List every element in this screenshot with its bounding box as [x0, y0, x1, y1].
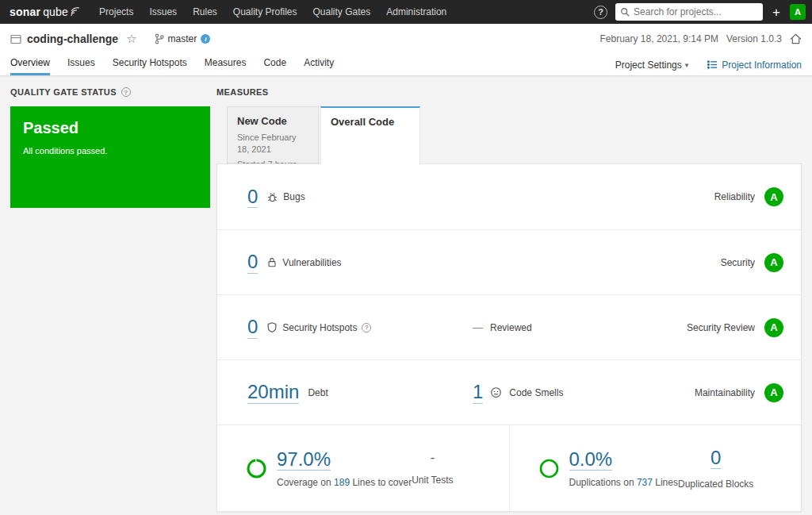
- help-icon[interactable]: ?: [594, 6, 607, 19]
- quality-gate-heading: QUALITY GATE STATUS: [10, 87, 117, 97]
- sonar-wave-icon: [71, 7, 80, 17]
- vulnerabilities-label-group: Vulnerabilities: [266, 256, 341, 268]
- brand-text-light: qube: [43, 6, 68, 18]
- security-label: Security: [721, 257, 755, 268]
- duplications-value[interactable]: 0.0%: [569, 448, 613, 471]
- duplications-metric: 0.0% Duplications on 737 Lines: [569, 448, 678, 489]
- tab-activity[interactable]: Activity: [304, 54, 334, 75]
- duplicated-lines-link[interactable]: 737: [637, 477, 653, 488]
- code-smells-label: Code Smells: [509, 387, 563, 398]
- new-code-since: Since February 18, 2021: [237, 132, 308, 156]
- coverage-duplications-row: 97.0% Coverage on 189 Lines to cover - U…: [217, 425, 801, 511]
- maintainability-rating-badge[interactable]: A: [764, 383, 783, 402]
- duplications-section: 0.0% Duplications on 737 Lines 0 Duplica…: [509, 425, 802, 511]
- search-icon: [620, 7, 630, 17]
- duplicated-blocks-value[interactable]: 0: [710, 447, 721, 470]
- coverage-suffix: Lines to cover: [352, 477, 412, 488]
- reliability-label: Reliability: [714, 191, 755, 202]
- nav-item-issues[interactable]: Issues: [141, 0, 185, 24]
- reviewed-value: —: [473, 321, 483, 333]
- nav-item-quality-gates[interactable]: Quality Gates: [305, 0, 379, 24]
- quality-gate-help-icon[interactable]: ?: [121, 87, 131, 97]
- branch-selector[interactable]: master i: [155, 33, 211, 44]
- nav-item-rules[interactable]: Rules: [185, 0, 225, 24]
- security-hotspots-help-icon[interactable]: ?: [362, 323, 371, 332]
- debt-value[interactable]: 20min: [247, 381, 299, 404]
- code-smells-group: 1 Code Smells: [473, 381, 563, 404]
- homepage-icon[interactable]: [790, 33, 802, 44]
- nav-item-administration[interactable]: Administration: [378, 0, 454, 24]
- tab-security-hotspots[interactable]: Security Hotspots: [113, 54, 187, 75]
- tab-overall-code[interactable]: Overall Code: [320, 106, 420, 164]
- project-information-link[interactable]: Project Information: [707, 60, 802, 71]
- project-search[interactable]: [615, 3, 763, 21]
- security-group: Security A: [721, 253, 783, 272]
- reliability-group: Reliability A: [714, 187, 783, 206]
- tab-overview[interactable]: Overview: [10, 54, 50, 75]
- tab-measures[interactable]: Measures: [205, 54, 247, 75]
- quality-gate-heading-row: QUALITY GATE STATUS ?: [10, 86, 210, 98]
- tab-issues[interactable]: Issues: [67, 54, 95, 75]
- measures-heading: MEASURES: [216, 87, 269, 97]
- debt-label: Debt: [308, 387, 327, 398]
- project-settings-dropdown[interactable]: Project Settings ▾: [615, 60, 689, 71]
- coverage-metric: 97.0% Coverage on 189 Lines to cover: [277, 448, 412, 489]
- quality-gate-status: Passed: [23, 119, 197, 137]
- measures-panel: 0 Bugs Reliability A: [216, 163, 802, 512]
- duplicated-blocks-label: Duplicated Blocks: [678, 478, 753, 490]
- project-icon: [10, 34, 21, 44]
- chevron-down-icon: ▾: [685, 61, 689, 69]
- coverage-prefix: Coverage on: [277, 477, 331, 488]
- nav-item-quality-profiles[interactable]: Quality Profiles: [225, 0, 305, 24]
- coverage-value[interactable]: 97.0%: [277, 448, 331, 471]
- measures-column: MEASURES New Code Since February 18, 202…: [216, 86, 802, 512]
- security-review-rating-badge[interactable]: A: [764, 318, 783, 337]
- bug-icon: [266, 191, 278, 203]
- coverage-section: 97.0% Coverage on 189 Lines to cover - U…: [217, 425, 509, 511]
- branch-name: master: [168, 33, 197, 44]
- branch-info-icon[interactable]: i: [201, 34, 210, 44]
- user-avatar[interactable]: A: [790, 4, 806, 20]
- lock-icon: [266, 256, 278, 268]
- security-hotspots-label: Security Hotspots: [282, 322, 357, 333]
- lines-to-cover-link[interactable]: 189: [334, 477, 350, 488]
- measure-row-bugs: 0 Bugs Reliability A: [217, 164, 801, 229]
- overall-code-title: Overall Code: [331, 116, 410, 128]
- tab-code[interactable]: Code: [263, 54, 286, 75]
- unit-tests-metric: - Unit Tests: [412, 451, 453, 486]
- security-review-label: Security Review: [687, 322, 755, 333]
- branch-icon: [155, 33, 164, 44]
- favorite-star-icon[interactable]: ☆: [126, 32, 136, 46]
- navbar-right-group: ? + A: [594, 3, 806, 21]
- coverage-subtext: Coverage on 189 Lines to cover: [277, 477, 412, 488]
- new-code-title: New Code: [237, 115, 308, 127]
- code-smells-count[interactable]: 1: [473, 381, 483, 404]
- maintainability-group: Maintainability A: [695, 383, 783, 402]
- maintainability-label: Maintainability: [695, 387, 755, 398]
- security-rating-badge[interactable]: A: [764, 253, 783, 272]
- nav-item-projects[interactable]: Projects: [91, 0, 141, 24]
- quality-gate-status-panel: Passed All conditions passed.: [10, 106, 210, 208]
- add-project-button[interactable]: +: [771, 6, 782, 19]
- bugs-count[interactable]: 0: [247, 186, 258, 209]
- project-version: Version 1.0.3: [726, 33, 782, 44]
- project-name: coding-challenge: [27, 33, 118, 45]
- security-review-group: Security Review A: [687, 318, 783, 337]
- vulnerabilities-count[interactable]: 0: [247, 251, 258, 274]
- bugs-label-group: Bugs: [266, 191, 304, 203]
- duplications-subtext: Duplications on 737 Lines: [569, 477, 678, 488]
- reliability-rating-badge[interactable]: A: [764, 187, 783, 206]
- project-tab-bar: Overview Issues Security Hotspots Measur…: [0, 54, 812, 75]
- duplications-prefix: Duplications on: [569, 477, 634, 488]
- quality-gate-subtext: All conditions passed.: [23, 146, 197, 156]
- search-input[interactable]: [634, 6, 758, 17]
- overview-content: QUALITY GATE STATUS ? Passed All conditi…: [0, 76, 812, 515]
- security-hotspots-label-group: Security Hotspots ?: [266, 321, 371, 333]
- unit-tests-label: Unit Tests: [412, 475, 453, 486]
- tab-new-code[interactable]: New Code Since February 18, 2021 Started…: [227, 106, 319, 163]
- measure-row-vulnerabilities: 0 Vulnerabilities Security A: [217, 229, 801, 294]
- sonarqube-logo[interactable]: sonarqube: [10, 6, 80, 18]
- list-icon: [707, 60, 718, 69]
- security-hotspots-count[interactable]: 0: [247, 316, 258, 339]
- bugs-label: Bugs: [283, 191, 304, 202]
